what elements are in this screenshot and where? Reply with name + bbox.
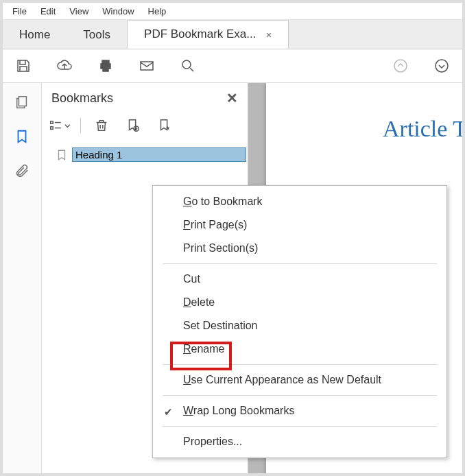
- menu-view[interactable]: View: [62, 5, 95, 18]
- ctx-delete[interactable]: Delete: [153, 291, 446, 314]
- delete-bookmark-button[interactable]: [91, 115, 112, 136]
- trash-icon: [94, 118, 109, 133]
- search-button[interactable]: [177, 55, 199, 77]
- panel-header: Bookmarks ✕: [42, 83, 248, 110]
- menu-help[interactable]: Help: [141, 5, 174, 18]
- ctx-print-pages[interactable]: Print Page(s): [153, 213, 446, 237]
- panel-options-button[interactable]: [49, 115, 71, 136]
- ctx-separator: [163, 395, 437, 396]
- tab-document-label: PDF Bookmark Exa...: [144, 27, 256, 41]
- chevron-down-icon: [64, 123, 71, 129]
- panel-toolbar: [42, 110, 248, 143]
- cloud-upload-icon: [56, 58, 73, 74]
- tab-tools[interactable]: Tools: [67, 21, 127, 49]
- menu-window[interactable]: Window: [95, 5, 141, 18]
- bookmark-small-icon: [56, 149, 68, 161]
- bookmark-item[interactable]: Heading 1: [56, 147, 246, 162]
- ctx-properties[interactable]: Properties...: [153, 430, 446, 453]
- bookmark-icon: [14, 129, 29, 144]
- body-text: su: [383, 158, 462, 187]
- panel-close-button[interactable]: ✕: [226, 90, 238, 106]
- bookmarks-rail-button[interactable]: [12, 127, 32, 146]
- main-toolbar: [3, 49, 462, 83]
- svg-rect-6: [51, 127, 53, 130]
- tab-home[interactable]: Home: [3, 21, 67, 49]
- cloud-upload-button[interactable]: [53, 55, 75, 77]
- svg-rect-4: [19, 97, 26, 106]
- ctx-wrap-long-bookmarks[interactable]: ✔Wrap Long Bookmarks: [153, 399, 446, 423]
- panel-title: Bookmarks: [51, 91, 113, 106]
- svg-point-3: [436, 60, 448, 72]
- next-page-button[interactable]: [431, 55, 453, 77]
- menu-file[interactable]: File: [5, 5, 34, 18]
- tab-close-button[interactable]: ×: [265, 29, 272, 40]
- arrow-down-circle-icon: [433, 58, 450, 74]
- paperclip-icon: [14, 163, 29, 178]
- mail-icon: [139, 58, 155, 74]
- print-button[interactable]: [95, 55, 117, 77]
- article-title: Article T: [383, 116, 462, 142]
- menu-bar: File Edit View Window Help: [3, 3, 462, 20]
- new-bookmark-button[interactable]: [122, 115, 144, 136]
- side-rail: [3, 83, 42, 475]
- search-icon: [180, 58, 196, 74]
- ctx-go-to-bookmark[interactable]: Go to Bookmark: [153, 190, 446, 213]
- check-icon: ✔: [164, 406, 173, 418]
- app-window: File Edit View Window Help Home Tools PD…: [0, 0, 465, 476]
- tab-strip: Home Tools PDF Bookmark Exa... ×: [3, 20, 462, 49]
- bookmark-list: Heading 1: [42, 143, 248, 162]
- bookmark-star-icon: [157, 118, 172, 133]
- ctx-set-destination[interactable]: Set Destination: [153, 314, 446, 337]
- svg-rect-0: [141, 62, 153, 70]
- ctx-use-current-appearance[interactable]: Use Current Appearance as New Default: [153, 368, 446, 392]
- ctx-separator: [163, 263, 437, 264]
- prev-page-button[interactable]: [390, 55, 412, 77]
- context-menu: Go to Bookmark Print Page(s) Print Secti…: [152, 185, 447, 458]
- menu-edit[interactable]: Edit: [34, 5, 62, 18]
- print-icon: [97, 58, 114, 74]
- thumbnails-rail-button[interactable]: [12, 93, 32, 112]
- bookmark-from-structure-button[interactable]: [154, 115, 176, 136]
- tab-document[interactable]: PDF Bookmark Exa... ×: [127, 20, 289, 49]
- bookmark-label-input[interactable]: Heading 1: [72, 147, 246, 162]
- svg-rect-5: [51, 121, 53, 124]
- ctx-print-sections[interactable]: Print Section(s): [153, 237, 446, 260]
- document-heading: Heading 1: [383, 474, 462, 475]
- pages-icon: [14, 95, 29, 110]
- attachments-rail-button[interactable]: [12, 161, 32, 180]
- arrow-up-circle-icon: [392, 58, 409, 74]
- svg-point-2: [394, 60, 407, 72]
- bookmark-add-icon: [126, 118, 141, 133]
- save-button[interactable]: [12, 55, 34, 77]
- svg-point-1: [182, 60, 191, 69]
- list-icon: [49, 118, 63, 133]
- mail-button[interactable]: [136, 55, 158, 77]
- ctx-cut[interactable]: Cut: [153, 267, 446, 291]
- toolbar-divider: [80, 118, 81, 133]
- ctx-separator: [163, 426, 437, 427]
- save-icon: [15, 58, 32, 74]
- annotation-highlight: [170, 342, 232, 370]
